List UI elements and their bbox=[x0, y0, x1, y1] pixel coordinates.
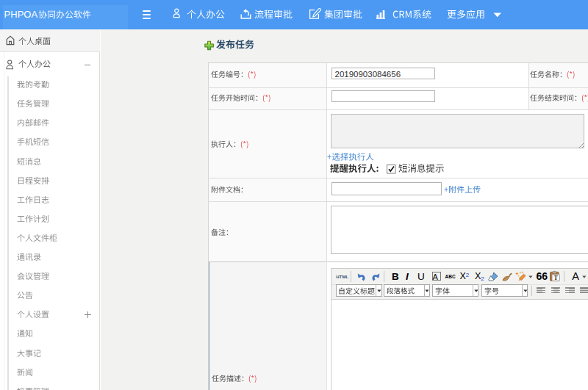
svg-text:T: T bbox=[554, 275, 559, 281]
